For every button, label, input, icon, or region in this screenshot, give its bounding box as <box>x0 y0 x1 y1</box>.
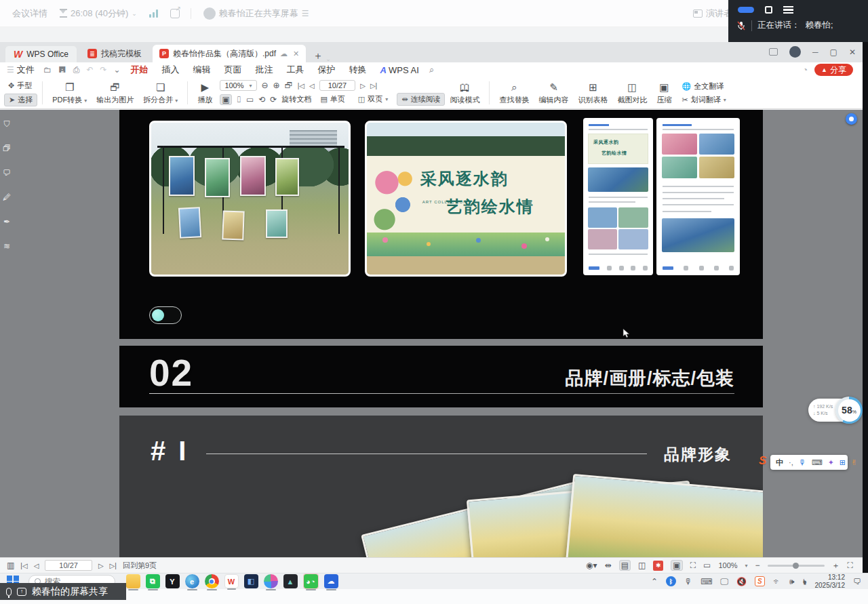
status-last-page[interactable]: ▷| <box>110 562 117 569</box>
layers-icon[interactable]: ≋ <box>3 241 10 251</box>
continuous-read-button[interactable]: ⇹连续阅读 <box>397 93 445 106</box>
restore-icon[interactable]: ▢ <box>830 47 837 57</box>
single-page-button[interactable]: ▤单页 <box>316 94 349 105</box>
minimize-icon[interactable]: ─ <box>812 47 818 57</box>
ime-mode-toggle[interactable]: 中 <box>776 458 783 468</box>
save-icon[interactable]: 🖪 <box>58 65 66 75</box>
tray-keyboard-icon[interactable]: ⌨ <box>701 577 712 586</box>
dark-app-icon[interactable]: Y <box>165 574 180 588</box>
meeting-details-button[interactable]: 会议详情 <box>12 7 47 20</box>
menu-insert[interactable]: 插入 <box>162 64 180 76</box>
green-app-icon[interactable]: ⧉ <box>146 574 160 588</box>
next-page-button[interactable]: ▷ <box>360 82 366 89</box>
dark-app2-icon[interactable]: ▲ <box>283 574 298 588</box>
sogou-tray-icon[interactable]: S <box>755 576 765 586</box>
play-button[interactable]: ▶播放 <box>193 81 217 105</box>
share-button[interactable]: ▲分享 <box>814 64 853 76</box>
minimize-pill-icon[interactable] <box>738 7 754 13</box>
rotate-doc-label[interactable]: 旋转文档 <box>281 94 311 104</box>
print-icon[interactable]: ⎙ <box>73 65 80 75</box>
auto-scroll-icon[interactable]: ✱ <box>653 561 663 571</box>
fit-width-status-icon[interactable]: ⛶ <box>690 561 696 570</box>
colorful-app-icon[interactable] <box>264 574 278 588</box>
zoom-plus-icon[interactable]: ＋ <box>832 560 840 571</box>
wps-home-tab[interactable]: W WPS Office <box>5 46 77 62</box>
back-to-page-link[interactable]: 回到第9页 <box>123 561 157 571</box>
status-next-page[interactable]: ▷ <box>98 562 104 569</box>
menu-protect[interactable]: 保护 <box>318 64 336 76</box>
last-page-button[interactable]: ▷| <box>370 82 377 89</box>
notification-icon[interactable]: 🗨 <box>853 577 861 586</box>
menu-annotate[interactable]: 批注 <box>256 64 273 76</box>
edit-content-button[interactable]: ✎编辑内容 <box>534 81 573 105</box>
new-tab-button[interactable]: ＋ <box>313 49 323 62</box>
file-menu[interactable]: ☰ 文件 <box>7 64 35 76</box>
compress-button[interactable]: ▣压缩 <box>652 81 676 105</box>
export-image-button[interactable]: 🗗输出为图片 <box>92 81 138 105</box>
redo-icon[interactable]: ↷ <box>100 65 106 75</box>
word-translate-button[interactable]: ✂划词翻译▾ <box>677 94 730 106</box>
undo-icon[interactable]: ↶ <box>86 65 93 75</box>
workspace-icon[interactable] <box>769 48 778 56</box>
double-page-view-icon[interactable]: ◫ <box>638 561 646 570</box>
wechat-icon[interactable]: ◕◔ <box>304 574 318 588</box>
screen-share-toast[interactable]: ↑ 赖春怡的屏幕共享 <box>0 583 126 600</box>
fit-window-status-icon[interactable]: ▣ <box>671 560 682 571</box>
view-eye-icon[interactable]: ◉▾ <box>586 561 597 570</box>
search-icon[interactable]: ⌕ <box>429 64 434 75</box>
tray-clock[interactable]: 13:12 2025/3/12 <box>815 573 846 589</box>
menu-wps-ai[interactable]: A WPS AI <box>380 65 419 75</box>
open-external-button[interactable] <box>170 9 180 18</box>
file-explorer-icon[interactable] <box>126 574 140 588</box>
menu-home[interactable]: 开始 <box>131 64 149 76</box>
first-page-button[interactable]: |◁ <box>298 82 304 89</box>
battery-icon[interactable]: 🖢 <box>802 577 806 586</box>
tray-display-icon[interactable]: 🖵 <box>720 577 728 586</box>
actual-size-icon[interactable]: ▭ <box>246 95 254 104</box>
zoom-in-icon[interactable]: ⊕ <box>273 81 280 90</box>
open-folder-icon[interactable]: 🗀 <box>43 65 52 75</box>
ime-emoji-icon[interactable]: ✌ <box>851 458 857 467</box>
tab-template-doc[interactable]: ≣ 找稿完模板 <box>81 45 149 62</box>
hand-mode-icon[interactable]: ⇹ <box>605 561 612 570</box>
network-quality-indicator[interactable] <box>149 9 158 18</box>
presence-icon[interactable]: ◔ <box>803 65 808 75</box>
page-number-box[interactable]: 10/27 <box>319 80 356 91</box>
close-tab-icon[interactable]: ✕ <box>293 49 299 58</box>
pdf-convert-button[interactable]: ❐PDF转换 ▾ <box>47 81 92 105</box>
sogou-logo-icon[interactable]: S <box>759 454 766 468</box>
tab-list-chevron-icon[interactable]: ⌄ <box>326 56 331 62</box>
comment-icon[interactable]: 🗩 <box>3 168 11 178</box>
thumbnails-icon[interactable]: 🗇 <box>3 144 11 153</box>
pdf-canvas[interactable]: 采风逐水韵 ART COLLECTION 艺韵绘水情 9.06——9.11 <box>0 110 863 557</box>
select-tool-button[interactable]: ➤选择 <box>4 94 37 106</box>
zoom-slider[interactable] <box>768 565 825 567</box>
menu-tools[interactable]: 工具 <box>287 64 304 76</box>
ime-punctuation-icon[interactable]: ·, <box>789 458 793 466</box>
ime-skin-icon[interactable]: ✦ <box>828 458 834 467</box>
navy-app-icon[interactable]: ◧ <box>244 574 258 588</box>
ime-toolbar[interactable]: S 中 ·, 🎙 ⌨ ✦ ⊞ ✌ <box>770 455 848 470</box>
status-first-page[interactable]: |◁ <box>20 562 27 569</box>
quick-access-chevron-icon[interactable]: ⌄ <box>114 65 121 75</box>
menu-page[interactable]: 页面 <box>224 64 242 76</box>
edge-browser-icon[interactable]: e <box>185 574 199 588</box>
prev-page-button[interactable]: ◁ <box>309 82 315 89</box>
status-zoom-value[interactable]: 100% <box>718 561 737 569</box>
list-icon[interactable]: ☰ <box>302 9 309 18</box>
zoom-chevron-icon[interactable]: ▾ <box>745 563 748 569</box>
full-translate-button[interactable]: 🌐全文翻译 <box>677 81 730 92</box>
net-percent-ring[interactable]: 58% <box>835 397 863 424</box>
status-prev-page[interactable]: ◁ <box>34 562 39 569</box>
fit-page-icon[interactable]: 🗗 <box>285 81 293 90</box>
ime-keyboard-icon[interactable]: ⌨ <box>812 458 823 467</box>
wifi-icon[interactable]: ᯤ <box>773 577 781 586</box>
zoom-minus-icon[interactable]: − <box>755 561 760 570</box>
tray-speaker-muted-icon[interactable]: 🔇 <box>736 577 747 586</box>
fullscreen-icon[interactable]: ⛶ <box>848 561 853 570</box>
chrome-icon[interactable] <box>205 574 219 588</box>
bookmark-icon[interactable]: ⛉ <box>3 119 9 129</box>
contents-icon[interactable]: ▥ <box>7 561 14 570</box>
screenshot-compare-button[interactable]: ◫截图对比 <box>612 81 652 105</box>
table-recognize-button[interactable]: ⊞识别表格 <box>573 81 612 105</box>
